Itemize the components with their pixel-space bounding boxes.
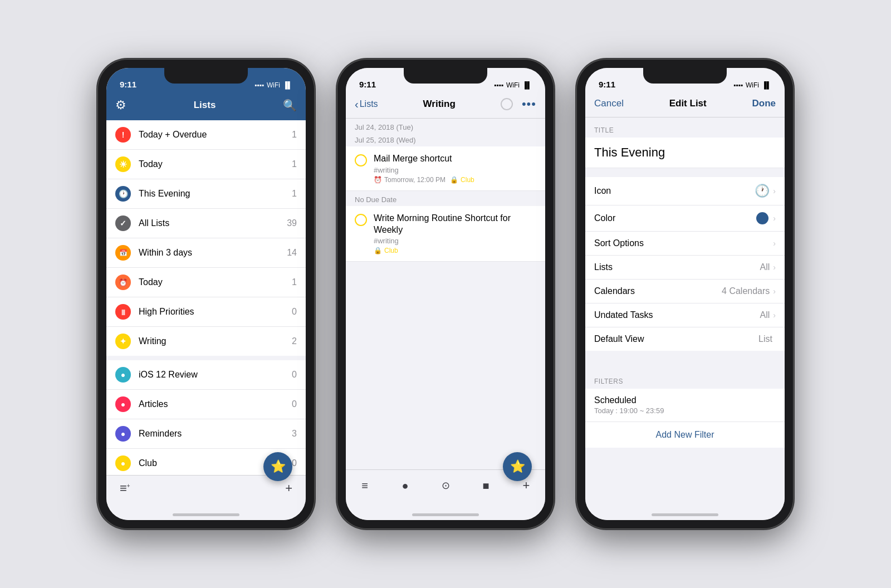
task-title-1: Mail Merge shortcut (374, 153, 536, 165)
task-body-2: Write Morning Routine Shortcut for Weekl… (374, 213, 536, 255)
today-overdue-count: 1 (292, 130, 297, 140)
undated-tasks-label: Undated Tasks (594, 310, 760, 320)
list-item-today-overdue[interactable]: ! Today + Overdue 1 (106, 120, 306, 150)
title-field[interactable]: This Evening (585, 138, 785, 168)
ios12-icon: ● (115, 367, 131, 383)
add-list-icon[interactable]: ≡+ (120, 481, 130, 496)
reminders-label: Reminders (139, 429, 292, 439)
fab-button-1[interactable]: ⭐ (263, 452, 292, 481)
battery-icon-2: ▐▌ (522, 81, 532, 89)
task-tag-2: #writing (374, 237, 536, 245)
ios12-count: 0 (292, 370, 297, 380)
alarm-icon-1: ⏰ (374, 176, 382, 184)
undated-tasks-chevron: › (773, 311, 776, 320)
nav-header-edit: Cancel Edit List Done (585, 92, 785, 117)
phone-3: 9:11 ▪▪▪▪ WiFi ▐▌ Cancel Edit List Done … (576, 59, 794, 529)
lock-icon-2: 🔒 (374, 247, 382, 254)
search-icon-1[interactable]: 🔍 (283, 99, 297, 112)
add-filter-button[interactable]: Add New Filter (585, 422, 785, 448)
writing-icon: ✦ (115, 334, 131, 349)
calendars-row-chevron: › (773, 287, 776, 296)
list-item-this-evening[interactable]: 🕐 This Evening 1 (106, 179, 306, 209)
sort-options-chevron: › (773, 239, 776, 248)
today-2-icon: ⏰ (115, 275, 131, 290)
edit-content: TITLE This Evening Icon 🕐 › Color › Sort… (585, 117, 785, 509)
high-priorities-icon: ||| (115, 304, 131, 320)
task-due-1: ⏰ Tomorrow, 12:00 PM 🔒 Club (374, 176, 536, 184)
screen-3: 9:11 ▪▪▪▪ WiFi ▐▌ Cancel Edit List Done … (585, 68, 785, 520)
status-icons-1: ▪▪▪▪ WiFi ▐▌ (254, 81, 292, 89)
today-icon: ☀ (115, 156, 131, 172)
fab-button-2[interactable]: ⭐ (503, 452, 532, 481)
wifi-icon-2: WiFi (506, 81, 520, 89)
task-item-2[interactable]: Write Morning Routine Shortcut for Weekl… (346, 206, 545, 262)
calendars-row-label: Calendars (594, 286, 722, 296)
sort-options-row[interactable]: Sort Options › (585, 232, 785, 256)
club-icon: ● (115, 455, 131, 471)
lists-row[interactable]: Lists All › (585, 256, 785, 280)
list-item-reminders[interactable]: ● Reminders 3 (106, 419, 306, 449)
list-item-writing[interactable]: ✦ Writing 2 (106, 327, 306, 356)
home-bar-2 (412, 513, 479, 516)
home-indicator-3 (585, 509, 785, 520)
task-item-1[interactable]: Mail Merge shortcut #writing ⏰ Tomorrow,… (346, 146, 545, 191)
grid-icon[interactable]: ⊙ (435, 476, 456, 496)
circle-toggle-icon[interactable] (501, 98, 513, 110)
ios12-label: iOS 12 Review (139, 370, 292, 380)
color-row[interactable]: Color › (585, 205, 785, 232)
undated-tasks-row[interactable]: Undated Tasks All › (585, 303, 785, 327)
screen-2: 9:11 ▪▪▪▪ WiFi ▐▌ ‹ Lists Writing ••• Ju… (346, 68, 545, 520)
status-icons-2: ▪▪▪▪ WiFi ▐▌ (494, 81, 532, 89)
reminders-count: 3 (292, 429, 297, 439)
screen-1: 9:11 ▪▪▪▪ WiFi ▐▌ ⚙ Lists 🔍 ! Today + Ov… (106, 68, 306, 520)
gear-icon-1[interactable]: ⚙ (115, 98, 126, 112)
list-content-1: ! Today + Overdue 1 ☀ Today 1 🕐 This Eve… (106, 120, 306, 475)
default-view-row[interactable]: Default View List (585, 327, 785, 351)
nav-right-writing: ••• (501, 97, 536, 111)
phone-1: 9:11 ▪▪▪▪ WiFi ▐▌ ⚙ Lists 🔍 ! Today + Ov… (97, 59, 315, 529)
task-circle-2[interactable] (355, 214, 367, 226)
list-item-today[interactable]: ☀ Today 1 (106, 150, 306, 179)
calendars-row[interactable]: Calendars 4 Calendars › (585, 280, 785, 303)
list-item-ios12[interactable]: ● iOS 12 Review 0 (106, 360, 306, 390)
status-time-1: 9:11 (120, 80, 136, 89)
title-section-label: TITLE (585, 117, 785, 138)
default-view-value: List (758, 334, 772, 344)
spacer-1 (585, 168, 785, 177)
color-dot (756, 212, 768, 224)
icon-row[interactable]: Icon 🕐 › (585, 177, 785, 205)
calendars-row-value: 4 Calendars (722, 286, 770, 296)
club-badge-2: Club (384, 247, 398, 254)
list-item-today-2[interactable]: ⏰ Today 1 (106, 268, 306, 297)
more-icon[interactable]: ••• (522, 97, 536, 111)
back-button[interactable]: ‹ Lists (355, 99, 378, 110)
list-view-icon[interactable]: ≡ (355, 476, 375, 496)
within-3-days-label: Within 3 days (139, 248, 287, 258)
list-item-all-lists[interactable]: ✓ All Lists 39 (106, 209, 306, 238)
dot-icon[interactable]: ● (395, 476, 415, 496)
square-icon[interactable]: ■ (476, 476, 496, 496)
add-task-icon-1[interactable]: + (285, 481, 292, 496)
cancel-button[interactable]: Cancel (594, 98, 624, 109)
today-overdue-label: Today + Overdue (139, 130, 292, 140)
list-item-within-3-days[interactable]: 📅 Within 3 days 14 (106, 238, 306, 268)
list-item-articles[interactable]: ● Articles 0 (106, 390, 306, 419)
list-item-high-priorities[interactable]: ||| High Priorities 0 (106, 297, 306, 327)
task-title-2: Write Morning Routine Shortcut for Weekl… (374, 213, 536, 236)
done-button[interactable]: Done (752, 98, 776, 109)
lists-row-chevron: › (773, 263, 776, 272)
signal-icon-2: ▪▪▪▪ (494, 81, 503, 89)
battery-icon-1: ▐▌ (283, 81, 292, 89)
clock-icon-value: 🕐 (755, 184, 770, 198)
home-indicator-2 (346, 509, 545, 520)
writing-screen-title: Writing (423, 99, 456, 110)
status-time-3: 9:11 (599, 80, 615, 89)
home-bar-1 (173, 513, 239, 516)
nav-header-1: ⚙ Lists 🔍 (106, 92, 306, 120)
all-lists-label: All Lists (139, 218, 287, 228)
battery-icon-3: ▐▌ (762, 81, 771, 89)
wifi-icon-1: WiFi (267, 81, 280, 89)
task-circle-1[interactable] (355, 154, 367, 166)
task-due-2: 🔒 Club (374, 247, 536, 254)
notch-3 (643, 68, 727, 84)
